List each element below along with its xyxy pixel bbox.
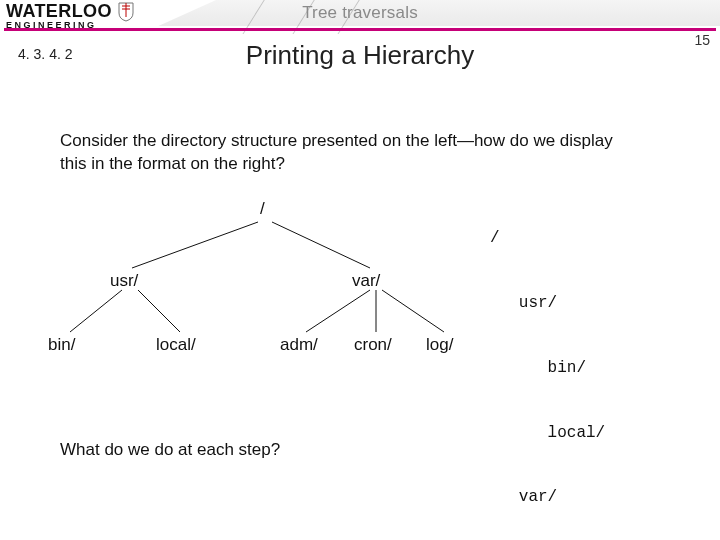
tree-var: var/ bbox=[352, 271, 381, 290]
body: Consider the directory structure present… bbox=[60, 130, 680, 176]
tree-cron: cron/ bbox=[354, 335, 392, 354]
intro-paragraph: Consider the directory structure present… bbox=[60, 130, 630, 176]
svg-line-1 bbox=[272, 222, 370, 268]
listing-line: local/ bbox=[490, 423, 605, 445]
question-text: What do we do at each step? bbox=[60, 440, 280, 460]
figure-area: / usr/ var/ bin/ local/ adm/ cron/ log/ … bbox=[30, 190, 690, 410]
svg-line-0 bbox=[132, 222, 258, 268]
listing-line: var/ bbox=[490, 487, 605, 509]
listing-line: usr/ bbox=[490, 293, 605, 315]
tree-usr: usr/ bbox=[110, 271, 139, 290]
svg-line-4 bbox=[306, 290, 370, 332]
directory-listing: / usr/ bin/ local/ var/ adm/ cron/ log/ bbox=[490, 185, 605, 540]
tree-adm: adm/ bbox=[280, 335, 318, 354]
svg-line-6 bbox=[382, 290, 444, 332]
tree-bin: bin/ bbox=[48, 335, 76, 354]
page-title: Printing a Hierarchy bbox=[0, 40, 720, 71]
directory-tree-diagram: / usr/ var/ bin/ local/ adm/ cron/ log/ bbox=[30, 190, 460, 360]
listing-line: bin/ bbox=[490, 358, 605, 380]
tree-local: local/ bbox=[156, 335, 196, 354]
listing-line: / bbox=[490, 228, 605, 250]
slide-topic: Tree traversals bbox=[0, 3, 720, 23]
accent-rule bbox=[4, 28, 716, 31]
tree-root: / bbox=[260, 199, 265, 218]
svg-line-2 bbox=[70, 290, 122, 332]
tree-log: log/ bbox=[426, 335, 454, 354]
slide: WATERLOO ENGINEERING Tree traversals 15 … bbox=[0, 0, 720, 540]
svg-line-3 bbox=[138, 290, 180, 332]
slide-header: WATERLOO ENGINEERING Tree traversals bbox=[0, 0, 720, 30]
